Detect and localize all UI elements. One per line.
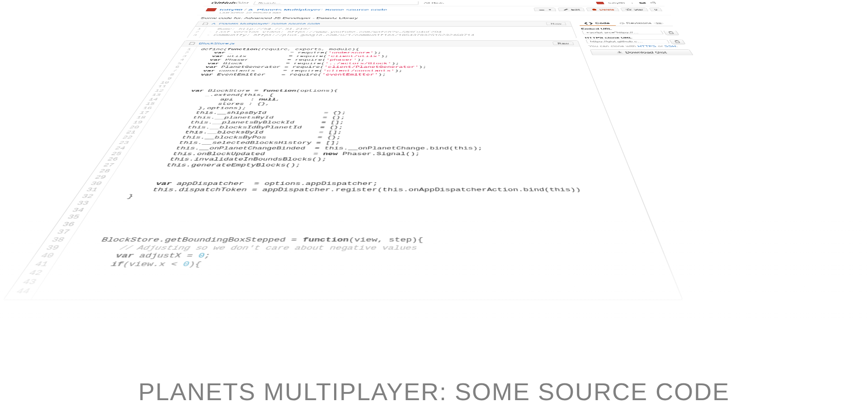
code-icon: ❮❯ [583, 22, 594, 24]
menu-button[interactable]: ▾ [533, 8, 556, 11]
nav-all-gists[interactable]: All Gists [424, 2, 444, 4]
clipboard-icon [673, 40, 682, 43]
copy-clone-button[interactable] [669, 40, 685, 44]
file-icon [201, 23, 210, 25]
exit-icon[interactable] [650, 2, 658, 5]
github-gist-logo[interactable]: GitHubGist [210, 2, 249, 5]
clipboard-icon [667, 31, 675, 34]
file-block: A_Planets Multiplayer: Some source code … [187, 21, 577, 38]
clone-note: You can clone with HTTPS or SSH. [588, 45, 688, 47]
ssh-link[interactable]: SSH [664, 45, 677, 47]
gist-title[interactable]: totty90 / A_Planets Multiplayer: Some so… [219, 8, 387, 11]
file-name[interactable]: BlockStore.js [198, 42, 236, 45]
download-gist-button[interactable]: Download Gist [590, 49, 693, 55]
revisions-count: 16 [653, 22, 664, 24]
clone-label: HTTPS clone URL [585, 37, 682, 39]
gist-description: Some code for: Advanced JS Developer - D… [193, 15, 675, 21]
username-link[interactable]: totty90 [608, 2, 625, 4]
file-icon [188, 42, 197, 45]
avatar[interactable] [596, 2, 604, 4]
raw-button[interactable]: Raw [546, 22, 566, 25]
tab-code[interactable]: ❮❯ Code [578, 21, 616, 26]
owner-avatar[interactable] [206, 8, 217, 11]
search-input[interactable] [253, 1, 419, 5]
raw-button[interactable]: Raw [552, 42, 574, 45]
copy-embed-button[interactable] [663, 31, 679, 35]
github-header: GitHubGist All Gists totty90 ＋ [203, 0, 665, 6]
star-count[interactable]: 0 [649, 8, 662, 11]
tab-revisions[interactable]: ◷ Revisions 16 [613, 21, 670, 26]
caption: PLANETS MULTIPLAYER: SOME SOURCE CODE [0, 378, 868, 406]
file-block: BlockStore.js Raw 1 2 3 4 5 6 7 8 9 10 1… [3, 40, 684, 300]
clone-url-input[interactable] [586, 40, 670, 44]
svg-rect-2 [675, 41, 680, 43]
star-button[interactable]: Star [620, 8, 649, 11]
file1-source: - Game: http://54.77.31.219/ - Last vers… [199, 27, 480, 38]
gist-meta: Last active 10 minutes ago [197, 12, 671, 15]
edit-button[interactable]: Edit [558, 8, 585, 11]
delete-button[interactable]: Delete [586, 8, 619, 11]
clock-icon: ◷ [619, 22, 625, 24]
gist-page: GitHubGist All Gists totty90 ＋ [0, 0, 868, 332]
inbox-icon[interactable] [638, 2, 646, 5]
embed-url-input[interactable] [582, 31, 664, 34]
svg-rect-0 [669, 32, 673, 34]
file2-source: define(function(require, exports, module… [32, 47, 622, 300]
gist-title-row: totty90 / A_Planets Multiplayer: Some so… [199, 6, 668, 12]
download-icon [615, 51, 624, 53]
https-link[interactable]: HTTPS [637, 45, 657, 47]
nav-tabs: All Gists [424, 2, 444, 4]
embed-label: Embed URL [580, 28, 675, 30]
file-name[interactable]: A_Planets Multiplayer: Some source code [211, 23, 321, 25]
add-icon[interactable]: ＋ [628, 2, 636, 5]
